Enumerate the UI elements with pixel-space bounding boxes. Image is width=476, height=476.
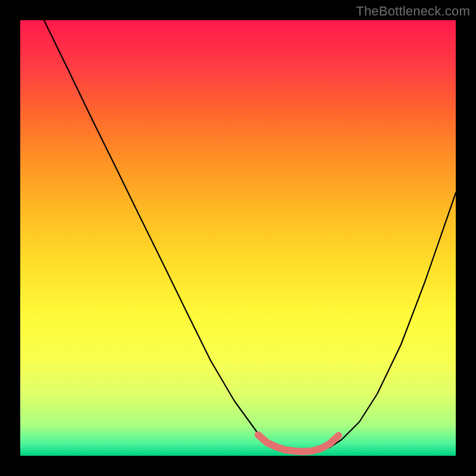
watermark-text: TheBottleneck.com	[356, 4, 470, 19]
chart-frame: TheBottleneck.com	[0, 0, 476, 476]
heatmap-gradient	[20, 20, 456, 456]
plot-area	[20, 20, 456, 456]
